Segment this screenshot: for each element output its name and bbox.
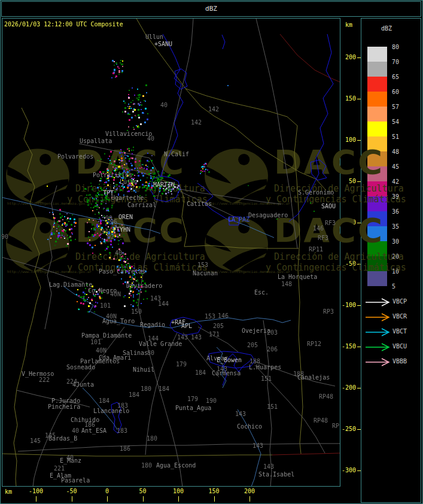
timestamp: 2026/01/03 12:12:00 UTC Composite <box>4 21 123 28</box>
radar-echoes <box>0 0 423 504</box>
